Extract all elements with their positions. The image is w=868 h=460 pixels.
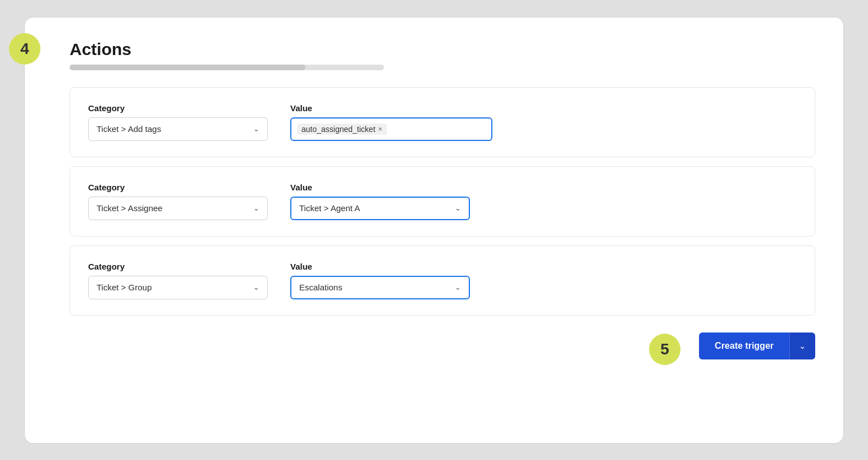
tag-chip-text-1: auto_assigned_ticket [301, 125, 376, 134]
category-dropdown-value-1: Ticket > Add tags [97, 124, 161, 134]
create-trigger-main-button[interactable]: Create trigger [699, 333, 789, 359]
category-dropdown-value-3: Ticket > Group [97, 283, 152, 292]
value-dropdown-value-3: Escalations [299, 283, 342, 292]
category-chevron-3: ⌄ [253, 283, 259, 292]
step-5-badge: 5 [649, 334, 680, 365]
category-dropdown-1[interactable]: Ticket > Add tags ⌄ [88, 117, 268, 141]
bottom-row: 5 Create trigger ⌄ [70, 333, 815, 359]
value-field-group-1: Value auto_assigned_ticket × [290, 103, 492, 141]
category-dropdown-3[interactable]: Ticket > Group ⌄ [88, 276, 268, 299]
category-dropdown-value-2: Ticket > Assignee [97, 203, 162, 213]
category-field-group-3: Category Ticket > Group ⌄ [88, 262, 268, 299]
progress-bar-track [70, 65, 384, 70]
action-field-row-2: Category Ticket > Assignee ⌄ Value Ticke… [88, 183, 797, 220]
action-block-3: Category Ticket > Group ⌄ Value Escalati… [70, 245, 815, 316]
category-label-1: Category [88, 103, 268, 113]
category-chevron-2: ⌄ [253, 204, 259, 212]
value-field-group-2: Value Ticket > Agent A ⌄ [290, 183, 470, 220]
tag-chip-1: auto_assigned_ticket × [297, 124, 387, 135]
create-trigger-dropdown-button[interactable]: ⌄ [789, 333, 815, 359]
value-chevron-2: ⌄ [455, 204, 461, 212]
chevron-down-icon: ⌄ [799, 341, 806, 351]
category-chevron-1: ⌄ [253, 125, 259, 133]
value-dropdown-value-2: Ticket > Agent A [299, 203, 360, 213]
tag-input-1[interactable]: auto_assigned_ticket × [290, 117, 492, 141]
tag-chip-close-1[interactable]: × [378, 125, 383, 133]
value-label-2: Value [290, 183, 470, 192]
action-field-row-3: Category Ticket > Group ⌄ Value Escalati… [88, 262, 797, 299]
value-field-group-3: Value Escalations ⌄ [290, 262, 470, 299]
category-field-group-2: Category Ticket > Assignee ⌄ [88, 183, 268, 220]
value-label-3: Value [290, 262, 470, 271]
action-block-1: Category Ticket > Add tags ⌄ Value auto_… [70, 87, 815, 157]
progress-bar-fill [70, 65, 305, 70]
category-dropdown-2[interactable]: Ticket > Assignee ⌄ [88, 197, 268, 220]
value-chevron-3: ⌄ [455, 283, 461, 292]
category-label-2: Category [88, 183, 268, 192]
action-block-2: Category Ticket > Assignee ⌄ Value Ticke… [70, 166, 815, 236]
action-field-row-1: Category Ticket > Add tags ⌄ Value auto_… [88, 103, 797, 141]
category-field-group-1: Category Ticket > Add tags ⌄ [88, 103, 268, 141]
progress-bar-container [70, 65, 815, 70]
create-trigger-button-group[interactable]: Create trigger ⌄ [699, 333, 815, 359]
value-label-1: Value [290, 103, 492, 113]
value-dropdown-2[interactable]: Ticket > Agent A ⌄ [290, 197, 470, 220]
step-4-badge: 4 [9, 33, 40, 65]
page-title: Actions [70, 40, 815, 59]
main-container: 4 Actions Category Ticket > Add tags ⌄ V… [24, 17, 844, 444]
value-dropdown-3[interactable]: Escalations ⌄ [290, 276, 470, 299]
category-label-3: Category [88, 262, 268, 271]
